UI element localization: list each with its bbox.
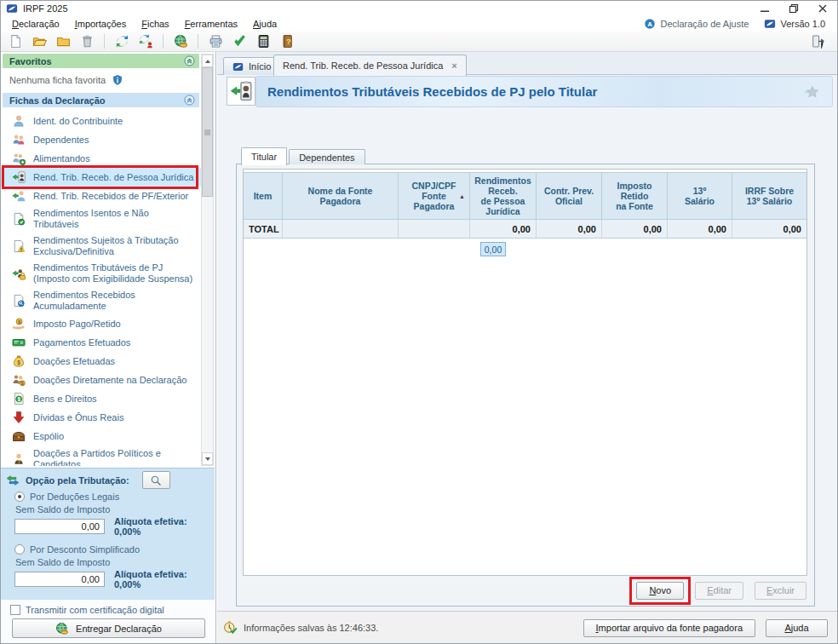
sidebar-item-label: Pagamentos Efetuados	[33, 337, 130, 348]
collapse-favorites-icon[interactable]	[184, 55, 195, 66]
sidebar-item[interactable]: Ident. do Contribuinte	[1, 112, 201, 130]
novo-button[interactable]: Novo	[636, 582, 684, 600]
scroll-down-button[interactable]	[202, 452, 213, 465]
tab-titular[interactable]: Titular	[241, 147, 287, 165]
toolbar-separator	[163, 34, 164, 49]
print-icon[interactable]	[204, 32, 227, 50]
status-message-label: Informações salvas às 12:46:33.	[244, 623, 378, 633]
favorite-star-icon[interactable]	[805, 84, 820, 100]
restore-button[interactable]	[779, 1, 808, 16]
column-header[interactable]: Item	[244, 173, 283, 219]
svg-text:A: A	[648, 20, 653, 28]
sidebar-item[interactable]: Dívidas e Ônus Reais	[1, 408, 201, 427]
column-header[interactable]: Nome da Fonte Pagadora	[283, 173, 399, 219]
toolbar-buttons: ?	[4, 32, 298, 50]
help-book-icon[interactable]: ?	[276, 32, 298, 50]
column-header[interactable]: Imposto Retido na Fonte	[602, 173, 668, 219]
sidebar-item[interactable]: $Doações Diretamente na Declaração	[1, 371, 201, 389]
sidebar-item[interactable]: Rendimentos Tributáveis de PJ (Imposto c…	[1, 260, 201, 287]
tab-inicio[interactable]: Início	[223, 57, 280, 75]
folder-icon[interactable]	[52, 32, 74, 50]
saldo-simplificado-input[interactable]	[14, 572, 105, 587]
search-icon	[150, 474, 162, 486]
exit-icon[interactable]	[806, 32, 829, 50]
check-icon[interactable]	[228, 32, 250, 50]
version-indicator: Versão 1.0	[764, 18, 825, 30]
sidebar-item[interactable]: Rend. Trib. Receb. de Pessoa Jurídica	[1, 168, 201, 187]
sidebar-item[interactable]: Espólio	[1, 427, 201, 446]
sidebar-item[interactable]: Rendimentos Sujeitos à Tributação Exclus…	[1, 233, 201, 260]
transmit-person-icon[interactable]	[135, 32, 157, 50]
column-header[interactable]: IRRF Sobre 13º Salário	[732, 173, 806, 219]
transmit-icon[interactable]	[111, 32, 133, 50]
minimize-button[interactable]	[750, 1, 779, 16]
radio-label: Por Desconto Simplificado	[30, 544, 140, 555]
app-flag-icon	[764, 18, 776, 30]
sidebar-item[interactable]: Pagamentos Efetuados	[1, 333, 201, 352]
sidebar-scrollbar[interactable]	[201, 54, 214, 466]
column-header[interactable]: Rendimentos Receb. de Pessoa Jurídica	[470, 173, 537, 219]
search-tributacao-button[interactable]	[142, 471, 170, 489]
menu-ajuda[interactable]: Ajuda	[245, 16, 284, 32]
svg-text:$: $	[17, 396, 20, 403]
sidebar-item[interactable]: $Doações Efetuadas	[1, 352, 201, 371]
menu-fichas[interactable]: Fichas	[134, 16, 176, 32]
transmit-checkbox-label: Transmitir com certificação digital	[26, 605, 164, 615]
tribute-arrows-icon	[6, 474, 20, 487]
favorites-header[interactable]: Favoritos	[3, 54, 199, 68]
tab-rend-trib-pj[interactable]: Rend. Trib. Receb. de Pessoa Jurídica ×	[273, 55, 467, 76]
window-title: IRPF 2025	[23, 3, 68, 14]
radio-por-deducoes-legais[interactable]: Por Deduções Legais	[14, 492, 206, 502]
sidebar-item[interactable]: Dependentes	[1, 130, 201, 149]
titular-notebook: Titular Dependentes ItemNome da Fonte Pa…	[236, 147, 815, 607]
editar-button[interactable]: Editar	[695, 582, 743, 600]
close-button[interactable]	[808, 1, 837, 16]
transmit-checkbox[interactable]: Transmitir com certificação digital	[10, 605, 164, 615]
sidebar-item[interactable]: $Imposto Pago/Retido	[1, 314, 201, 333]
importar-arquivo-button[interactable]: Importar arquivo da fonte pagadora	[583, 619, 755, 637]
sidebar-item[interactable]: Rendimentos Isentos e Não Tributáveis	[1, 205, 201, 233]
status-message: Informações salvas às 12:46:33.	[223, 620, 378, 635]
column-header[interactable]: CNPJ/CPF Fonte Pagadora▲	[399, 173, 470, 219]
editing-value-cell[interactable]: 0,00	[480, 242, 506, 256]
saldo-deducoes-input[interactable]	[14, 519, 105, 534]
sidebar-item[interactable]: ?Doações a Partidos Políticos e Candidat…	[1, 446, 201, 466]
sidebar-item-label: Imposto Pago/Retido	[33, 319, 121, 330]
menu-declaracao[interactable]: Declaração	[4, 16, 67, 32]
calculator-icon	[256, 34, 271, 49]
column-header[interactable]: 13º Salário	[668, 173, 732, 219]
globe-money-icon[interactable]	[169, 32, 192, 50]
sidebar-item[interactable]: $Bens e Direitos	[1, 389, 201, 408]
trash-icon[interactable]	[76, 32, 98, 50]
column-header[interactable]: Contr. Prev. Oficial	[537, 173, 602, 219]
ajuda-button[interactable]: Ajuda	[766, 619, 828, 637]
version-flag-icon	[764, 18, 776, 30]
saldo-row: Alíquota efetiva: 0,00%	[14, 569, 206, 589]
sidebar-item[interactable]: Alimentandos	[1, 149, 201, 168]
radio-por-desconto-simplificado[interactable]: Por Desconto Simplificado	[14, 544, 206, 555]
excluir-button[interactable]: Excluir	[755, 582, 806, 600]
menu-importacoes[interactable]: Importações	[67, 16, 135, 32]
calculator-icon[interactable]	[252, 32, 274, 50]
sidebar-item-label: Ident. do Contribuinte	[33, 116, 123, 127]
favorites-title: Favoritos	[9, 56, 52, 66]
scroll-up-button[interactable]	[202, 55, 213, 67]
entregar-declaracao-button[interactable]: Entregar Declaração	[12, 618, 205, 638]
tab-close-icon[interactable]: ×	[451, 60, 456, 71]
sidebar-item-label: Rend. Trib. Recebidos de PF/Exterior	[33, 191, 188, 202]
open-folder-icon[interactable]	[28, 32, 50, 50]
svg-text:?: ?	[285, 37, 290, 46]
info-icon[interactable]	[112, 74, 123, 86]
menu-ferramentas[interactable]: Ferramentas	[177, 16, 245, 32]
collapse-icon	[184, 95, 195, 106]
new-file-icon[interactable]	[4, 32, 26, 50]
sidebar-item[interactable]: Rend. Trib. Recebidos de PF/Exterior	[1, 187, 201, 205]
collapse-fichas-icon[interactable]	[184, 95, 195, 106]
fichas-header[interactable]: Fichas da Declaração	[3, 93, 199, 107]
tab-dependentes[interactable]: Dependentes	[289, 149, 364, 164]
declaracao-de-ajuste-badge[interactable]: A Declaração de Ajuste	[644, 18, 749, 30]
saldo-row: Alíquota efetiva: 0,00%	[14, 516, 206, 537]
pj-income-icon	[230, 80, 252, 102]
sidebar-item[interactable]: Rendimentos Recebidos Acumuladamente	[1, 287, 201, 314]
scrollbar-thumb[interactable]	[202, 67, 213, 197]
